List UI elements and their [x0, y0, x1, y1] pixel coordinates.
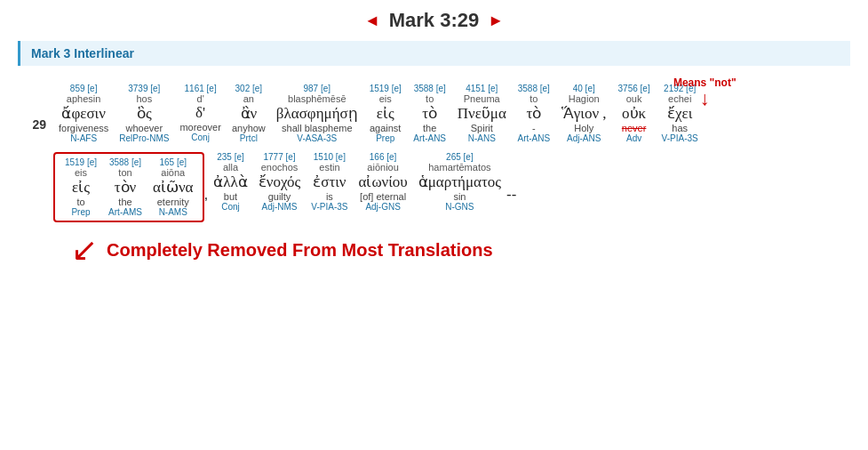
subtitle-bar: Mark 3 Interlinear: [18, 41, 850, 66]
title-bar: ◄ Mark 3:29 ►: [18, 9, 850, 32]
page-title: Mark 3:29: [389, 9, 480, 32]
word-blasphemese: 987 [e] blasphēmēsē βλασφημήσῃ shall bla…: [271, 84, 363, 143]
word-hamartimatos: 265 [e] hamartēmatos ἁμαρτήματος sin N-G…: [413, 152, 506, 212]
word-d: 1161 [e] d' δ' moreover Conj: [174, 84, 226, 142]
verse-row-1: 29 859 [e] aphesin ἄφεσιν forgiveness N-…: [27, 84, 841, 143]
verse-row-2: 1519 [e] eis εἰς to Prep 3588 [e] ton τὸ…: [27, 152, 841, 222]
word-hagion: 40 [e] Hagion Ἅγιον , Holy Adj-ANS: [556, 84, 612, 143]
word-to2: 3588 [e] to τὸ - Art-ANS: [512, 84, 556, 143]
word-an: 302 [e] an ἂν anyhow Prtcl: [227, 84, 271, 143]
word-enochos: 1777 [e] enochos ἔνοχός guilty Adj-NMS: [253, 152, 307, 212]
word-hos: 3739 [e] hos ὃς whoever RelPro-NMS: [114, 84, 174, 143]
interlinear-section: 29 859 [e] aphesin ἄφεσιν forgiveness N-…: [18, 79, 850, 273]
bottom-annotation-text: Completely Removed From Most Translation…: [107, 240, 493, 261]
word-aphesin: 859 [e] aphesin ἄφεσιν forgiveness N-AFS: [53, 84, 114, 143]
word-alla: 235 [e] alla ἀλλὰ but Conj: [208, 152, 253, 212]
word-eis1: 1519 [e] eis εἰς against Prep: [363, 84, 408, 143]
word-aiona: 165 [e] aiōna αἰῶνα eternity N-AMS: [147, 157, 199, 217]
word-estin: 1510 [e] estin ἐστιν is V-PIA-3S: [306, 152, 353, 212]
verse-number: 29: [27, 84, 53, 132]
next-arrow[interactable]: ►: [488, 12, 504, 30]
word-aioniou: 166 [e] aiōniou αἰωνίου [of] eternal Adj…: [353, 152, 412, 212]
curved-arrow-icon: ↙: [71, 231, 98, 269]
prev-arrow[interactable]: ◄: [364, 12, 380, 30]
word-pneuma: 4151 [e] Pneuma Πνεῦμα Spirit N-ANS: [452, 84, 512, 143]
word-eis2: 1519 [e] eis εἰς to Prep: [59, 157, 103, 217]
word-ton: 3588 [e] ton τὸν the Art-AMS: [103, 157, 147, 217]
down-arrow-icon: ↓: [700, 89, 710, 108]
word-to1: 3588 [e] to τὸ the Art-ANS: [408, 84, 452, 143]
bottom-annotation: ↙ Completely Removed From Most Translati…: [27, 231, 841, 269]
word-ouk: 3756 [e] ouk οὐκ never Adv Means "not" ↓: [612, 84, 657, 143]
highlight-box: 1519 [e] eis εἰς to Prep 3588 [e] ton τὸ…: [53, 152, 204, 222]
